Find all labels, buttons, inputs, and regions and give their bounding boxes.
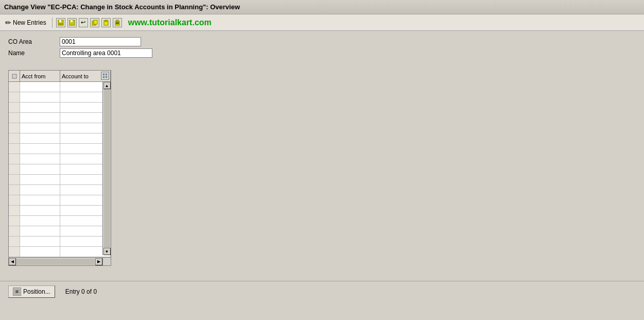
- paste-svg: [103, 20, 109, 26]
- table-row: [9, 185, 111, 195]
- name-row: Name: [8, 48, 636, 58]
- position-button-label: Position...: [23, 288, 50, 295]
- copy-svg: [92, 20, 98, 26]
- scroll-track-h[interactable]: [16, 259, 95, 265]
- save2-icon[interactable]: [67, 18, 77, 27]
- table-row: [9, 237, 111, 247]
- delete-svg: [114, 20, 120, 26]
- table-row: [9, 164, 111, 175]
- scroll-track-v[interactable]: [104, 89, 110, 248]
- toolbar: ✏ New Entries ↩: [0, 14, 644, 31]
- col-header-acct-from: Acct from: [20, 71, 60, 82]
- new-entries-button[interactable]: ✏ New Entries: [3, 18, 48, 28]
- co-area-label: CO Area: [8, 38, 60, 45]
- save-svg: [58, 20, 64, 26]
- table-row: [9, 154, 111, 164]
- svg-rect-16: [106, 74, 107, 75]
- scrollbar-corner: [102, 257, 111, 265]
- delete-icon[interactable]: [113, 18, 122, 27]
- table-row: [9, 226, 111, 237]
- copy-icon[interactable]: [90, 18, 99, 27]
- column-settings-icon[interactable]: [101, 72, 109, 80]
- horizontal-scrollbar[interactable]: ◀ ▶: [9, 257, 102, 265]
- main-content: CO Area Name Acct from Account to: [0, 31, 644, 301]
- entry-count: Entry 0 of 0: [65, 288, 97, 295]
- table-row: [9, 103, 111, 113]
- svg-rect-2: [59, 23, 63, 25]
- name-label: Name: [8, 49, 60, 57]
- table-row: [9, 123, 111, 133]
- title-bar: Change View "EC-PCA: Change in Stock Acc…: [0, 0, 644, 14]
- table-row: [9, 206, 111, 216]
- position-icon: [13, 288, 21, 296]
- svg-rect-14: [12, 74, 16, 78]
- table-row: [9, 216, 111, 226]
- accounts-grid: Acct from Account to: [8, 70, 111, 266]
- undo-symbol: ↩: [81, 19, 85, 26]
- table-row: [9, 247, 111, 257]
- status-bar: Position... Entry 0 of 0: [0, 281, 644, 301]
- co-area-input[interactable]: [60, 37, 141, 46]
- grid-select-all[interactable]: [9, 71, 20, 81]
- save-icon[interactable]: [56, 18, 65, 27]
- toolbar-separator-1: [52, 18, 53, 28]
- table-row: [9, 195, 111, 206]
- scroll-right-button[interactable]: ▶: [95, 258, 102, 265]
- new-entries-label: New Entries: [13, 19, 46, 26]
- name-input[interactable]: [60, 48, 152, 58]
- watermark-text: www.tutorialkart.com: [128, 18, 212, 27]
- grid-body: [9, 82, 111, 257]
- svg-rect-1: [59, 20, 61, 22]
- table-row: [9, 113, 111, 123]
- svg-rect-18: [106, 76, 107, 78]
- paste-icon[interactable]: [101, 18, 111, 27]
- svg-rect-4: [71, 20, 73, 22]
- scroll-down-button[interactable]: ▼: [103, 248, 111, 255]
- svg-rect-17: [103, 76, 105, 78]
- position-button[interactable]: Position...: [8, 285, 55, 298]
- new-entries-icon: ✏: [5, 19, 11, 27]
- table-row: [9, 175, 111, 185]
- scroll-up-button[interactable]: ▲: [103, 82, 111, 89]
- table-row: [9, 144, 111, 154]
- title-text: Change View "EC-PCA: Change in Stock Acc…: [4, 3, 240, 11]
- undo-icon[interactable]: ↩: [79, 18, 88, 27]
- svg-rect-15: [103, 74, 105, 75]
- save2-svg: [69, 20, 75, 26]
- svg-rect-8: [105, 20, 107, 22]
- grid-header: Acct from Account to: [9, 71, 111, 82]
- table-row: [9, 92, 111, 103]
- col-header-account-to: Account to: [60, 71, 111, 82]
- table-row: [9, 133, 111, 144]
- select-all-icon: [12, 74, 17, 79]
- co-area-row: CO Area: [8, 37, 636, 46]
- vertical-scrollbar[interactable]: ▲ ▼: [102, 82, 111, 255]
- svg-rect-6: [94, 20, 97, 24]
- scroll-left-button[interactable]: ◀: [9, 258, 16, 265]
- svg-rect-10: [116, 20, 118, 22]
- table-row: [9, 82, 111, 92]
